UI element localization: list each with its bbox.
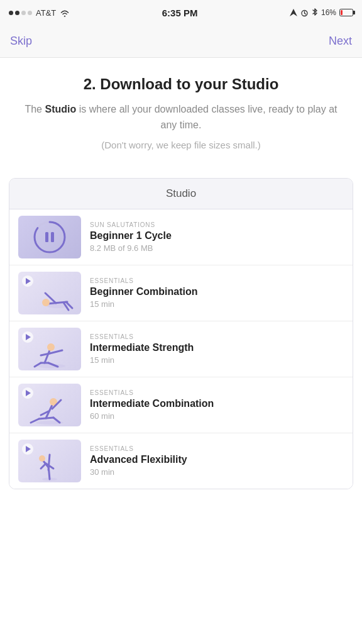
class-name: Intermediate Strength bbox=[90, 342, 344, 353]
class-info: ESSENTIALS Intermediate Combination 60 m… bbox=[90, 389, 344, 421]
svg-point-10 bbox=[42, 299, 50, 306]
class-thumbnail-3 bbox=[18, 328, 81, 370]
class-meta: 30 min bbox=[90, 467, 344, 477]
list-item: SUN SALUTATIONS Beginner 1 Cycle 8.2 MB … bbox=[9, 209, 353, 265]
class-name: Beginner 1 Cycle bbox=[90, 230, 344, 242]
class-category: SUN SALUTATIONS bbox=[90, 221, 344, 228]
location-icon bbox=[290, 9, 297, 16]
studio-header: Studio bbox=[9, 179, 353, 209]
page-note: (Don't worry, we keep file sizes small.) bbox=[19, 140, 343, 150]
studio-panel: Studio SUN SALUTATIONS Beginner 1 Cycle … bbox=[9, 178, 353, 489]
list-item: ESSENTIALS Intermediate Combination 60 m… bbox=[9, 377, 353, 433]
class-meta: 15 min bbox=[90, 299, 344, 309]
list-item: ESSENTIALS Beginner Combination 15 min bbox=[9, 265, 353, 321]
battery-icon bbox=[339, 9, 353, 16]
next-button[interactable]: Next bbox=[329, 35, 352, 48]
class-category: ESSENTIALS bbox=[90, 277, 344, 284]
class-info: ESSENTIALS Beginner Combination 15 min bbox=[90, 277, 344, 309]
class-category: ESSENTIALS bbox=[90, 333, 344, 340]
progress-ring-container bbox=[18, 216, 81, 258]
signal-dot-1 bbox=[9, 11, 13, 15]
list-item: ESSENTIALS Advanced Flexibility 30 min bbox=[9, 433, 353, 489]
battery-fill bbox=[341, 10, 343, 15]
battery-percent: 16% bbox=[321, 8, 336, 17]
class-info: ESSENTIALS Advanced Flexibility 30 min bbox=[90, 445, 344, 477]
class-category: ESSENTIALS bbox=[90, 389, 344, 396]
page-content: 2. Download to your Studio The Studio is… bbox=[0, 58, 362, 178]
class-name: Advanced Flexibility bbox=[90, 454, 344, 465]
class-thumbnail-downloading bbox=[18, 216, 81, 258]
svg-line-3 bbox=[304, 13, 305, 14]
page-title: 2. Download to your Studio bbox=[19, 75, 343, 93]
page-description: The Studio is where all your downloaded … bbox=[19, 102, 343, 133]
yoga-pose-svg-3 bbox=[23, 387, 75, 425]
class-info: ESSENTIALS Intermediate Strength 15 min bbox=[90, 333, 344, 365]
alarm-icon bbox=[300, 9, 309, 17]
class-name: Beginner Combination bbox=[90, 286, 344, 297]
wifi-icon bbox=[60, 9, 70, 17]
skip-button[interactable]: Skip bbox=[10, 35, 32, 48]
yoga-pose-svg-4 bbox=[23, 443, 75, 481]
carrier-label: AT&T bbox=[36, 8, 56, 18]
status-left: AT&T bbox=[9, 8, 70, 18]
class-category: ESSENTIALS bbox=[90, 445, 344, 452]
class-meta: 60 min bbox=[90, 411, 344, 421]
yoga-pose-svg-1 bbox=[23, 275, 75, 313]
svg-rect-6 bbox=[45, 232, 48, 242]
class-thumbnail-2 bbox=[18, 272, 81, 314]
status-time: 6:35 PM bbox=[162, 8, 198, 18]
signal-dots bbox=[9, 11, 32, 15]
list-item: ESSENTIALS Intermediate Strength 15 min bbox=[9, 321, 353, 377]
class-info: SUN SALUTATIONS Beginner 1 Cycle 8.2 MB … bbox=[90, 221, 344, 253]
class-meta: 8.2 MB of 9.6 MB bbox=[90, 243, 344, 253]
class-meta: 15 min bbox=[90, 355, 344, 365]
signal-dot-3 bbox=[21, 11, 26, 15]
svg-rect-7 bbox=[51, 232, 54, 242]
yoga-pose-svg-2 bbox=[23, 331, 75, 369]
studio-bold: Studio bbox=[45, 104, 76, 114]
svg-marker-0 bbox=[290, 9, 297, 16]
svg-line-17 bbox=[45, 350, 50, 363]
bluetooth-icon bbox=[312, 8, 318, 17]
signal-dot-2 bbox=[15, 11, 19, 15]
progress-ring-svg bbox=[32, 219, 67, 255]
class-name: Intermediate Combination bbox=[90, 398, 344, 409]
class-thumbnail-4 bbox=[18, 384, 81, 426]
svg-point-19 bbox=[47, 343, 55, 351]
class-thumbnail-5 bbox=[18, 440, 81, 482]
status-bar: AT&T 6:35 PM 16% bbox=[0, 0, 362, 25]
signal-dot-4 bbox=[28, 11, 32, 15]
nav-bar: Skip Next bbox=[0, 25, 362, 58]
svg-point-34 bbox=[39, 455, 45, 462]
svg-line-35 bbox=[41, 464, 46, 469]
status-right: 16% bbox=[290, 8, 353, 17]
